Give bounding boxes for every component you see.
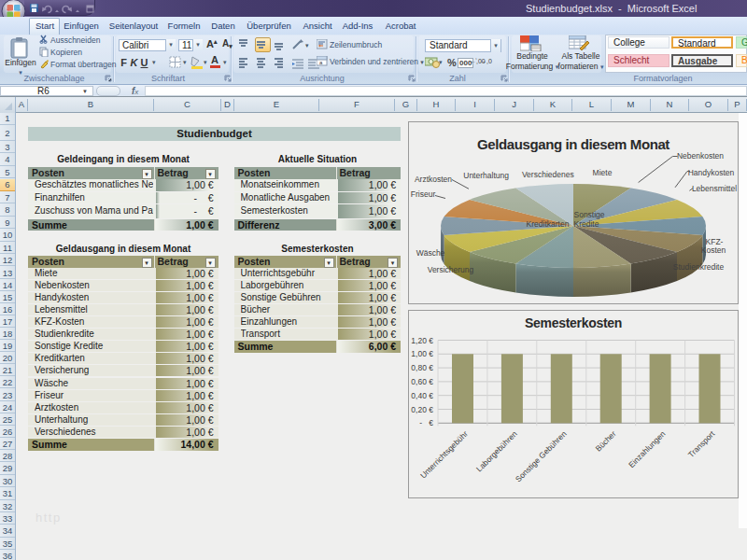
svg-text:Sonstige: Sonstige [574,210,605,219]
svg-text:Einzahlungen: Einzahlungen [627,428,668,469]
svg-text:Lebensmittel: Lebensmittel [692,184,737,193]
svg-text:1,20 €: 1,20 € [411,336,433,345]
svg-text:KFZ-: KFZ- [706,237,724,246]
svg-text:- €: - € [419,418,433,427]
svg-text:Studienkredite: Studienkredite [673,262,725,272]
svg-text:Verschiedenes: Verschiedenes [522,170,574,179]
svg-text:Versicherung: Versicherung [428,265,474,274]
svg-text:0,40 €: 0,40 € [411,391,433,400]
svg-text:Arztkosten: Arztkosten [415,175,452,184]
svg-text:Nebenkosten: Nebenkosten [677,151,724,161]
svg-text:0,80 €: 0,80 € [411,363,433,372]
svg-text:Laborgebühren: Laborgebühren [474,428,519,473]
svg-text:0,60 €: 0,60 € [411,377,433,386]
svg-text:Wäsche: Wäsche [416,248,445,258]
svg-text:Transport: Transport [686,428,717,459]
svg-text:Miete: Miete [593,168,613,177]
svg-text:Unterrichtsgebühr: Unterrichtsgebühr [418,429,470,481]
svg-text:0,20 €: 0,20 € [411,405,433,414]
svg-text:Kredite: Kredite [574,219,599,229]
svg-text:Handykosten: Handykosten [688,168,735,177]
svg-text:Kosten: Kosten [701,245,726,255]
svg-text:Sonstige Gebühren: Sonstige Gebühren [514,428,569,483]
svg-text:Friseur: Friseur [411,189,436,199]
svg-text:Bücher: Bücher [593,429,617,454]
svg-text:Kreditkarten: Kreditkarten [527,219,570,229]
svg-text:1,00 €: 1,00 € [411,349,433,358]
svg-text:Unterhaltung: Unterhaltung [463,171,509,180]
